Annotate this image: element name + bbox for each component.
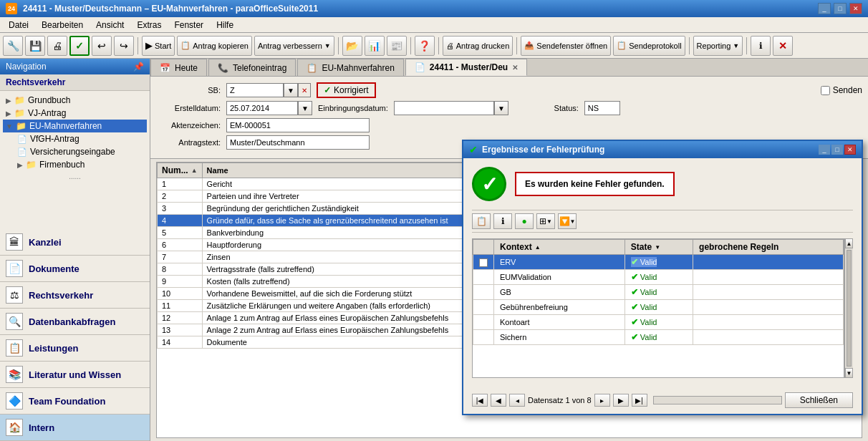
- nav-item-vj-antrag[interactable]: ▶ 📁 VJ-Antrag: [3, 107, 147, 120]
- toolbar-btn-5[interactable]: ↩: [92, 36, 112, 56]
- nav-last-btn[interactable]: ▶|: [632, 394, 647, 407]
- dialog-minimize-btn[interactable]: _: [819, 145, 830, 155]
- dialog-nav: |◀ ◀ ◂ Datensatz 1 von 8 ▸ ▶ ▶|: [472, 392, 785, 408]
- help-button[interactable]: ❓: [415, 36, 435, 56]
- results-scrollbar[interactable]: ▲ ▼: [844, 238, 853, 378]
- kontext-cell: Sichern: [494, 330, 625, 345]
- tab-telefoneintrag[interactable]: 📞 Telefoneintrag: [208, 59, 296, 76]
- menu-datei[interactable]: Datei: [3, 19, 34, 32]
- toolbar-btn-7[interactable]: 📂: [342, 36, 362, 56]
- toolbar-btn-6[interactable]: ↪: [114, 36, 134, 56]
- toolbar-info-btn[interactable]: ℹ: [751, 36, 771, 56]
- nav-item-versicherungseingabe[interactable]: 📄 Versicherungseingabe: [14, 145, 147, 158]
- nav-prev-btn[interactable]: ◀: [491, 394, 506, 407]
- nav-group-team-foundation[interactable]: 🔷 Team Foundation: [0, 388, 150, 415]
- kontext-sort[interactable]: Kontext ▲: [500, 242, 619, 252]
- toolbar-btn-2[interactable]: 💾: [25, 36, 45, 56]
- tab-eu-mahnverfahren[interactable]: 📋 EU-Mahnverfahren: [297, 59, 403, 76]
- nav-prev-small-btn[interactable]: ◂: [509, 394, 525, 407]
- schliessen-button[interactable]: Schließen: [785, 392, 853, 408]
- nav-item-eu-mahnverfahren[interactable]: ▼ 📁 EU-Mahnverfahren: [3, 120, 147, 132]
- results-table-container: Kontext ▲ State ▼ g: [472, 238, 844, 378]
- nav-group-leistungen[interactable]: 📋 Leistungen: [0, 335, 150, 362]
- nav-group-dokumente[interactable]: 📄 Dokumente: [0, 256, 150, 282]
- results-table-row[interactable]: Gebührenbefreiung✔ Valid: [473, 300, 844, 315]
- nav-item-grundbuch[interactable]: ▶ 📁 Grundbuch: [3, 94, 147, 107]
- senden-checkbox[interactable]: [821, 86, 830, 95]
- results-table-row[interactable]: Kontoart✔ Valid: [473, 315, 844, 330]
- toolbar-btn-1[interactable]: 🔧: [3, 36, 23, 56]
- table-cell-num: 13: [158, 324, 203, 336]
- nav-next-btn[interactable]: ▶: [613, 394, 629, 407]
- sb-dropdown-btn[interactable]: ▼: [284, 83, 298, 97]
- nav-group-rechtsverkehr[interactable]: ⚖ Rechtsverkehr: [0, 282, 150, 309]
- expand-btn[interactable]: ▶: [479, 258, 488, 267]
- results-table-row[interactable]: GB✔ Valid: [473, 285, 844, 300]
- tab-24411[interactable]: 📄 24411 - Muster/Deu ✕: [405, 59, 527, 76]
- results-table-row[interactable]: Sichern✔ Valid: [473, 330, 844, 345]
- erstelldatum-input[interactable]: 25.07.2014: [226, 101, 298, 115]
- antrag-kopieren-button[interactable]: 📋 Antrag kopieren: [177, 36, 252, 56]
- nav-group-datenbankabfragen[interactable]: 🔍 Datenbankabfragen: [0, 309, 150, 335]
- menu-ansicht[interactable]: Ansicht: [90, 19, 130, 32]
- nav-next-small-btn[interactable]: ▸: [594, 394, 610, 407]
- toolbar-btn-9[interactable]: 📰: [387, 36, 407, 56]
- regeln-cell: [693, 330, 844, 345]
- tab-close-button[interactable]: ✕: [512, 64, 518, 72]
- sb-input[interactable]: Z: [226, 83, 284, 97]
- einbringungsdatum-dropdown[interactable]: ▼: [494, 101, 508, 115]
- nav-pin-button[interactable]: 📌: [133, 62, 144, 72]
- sendeprotokoll-button[interactable]: 📋 Sendeprotokoll: [613, 36, 685, 56]
- menu-bar: Datei Bearbeiten Ansicht Extras Fenster …: [0, 17, 868, 33]
- col-header-num[interactable]: Num... ▲: [158, 163, 203, 178]
- antragstext-input[interactable]: Muster/Deutschmann: [226, 135, 370, 150]
- aktenzeichen-input[interactable]: EM-000051: [226, 118, 370, 132]
- scroll-down-btn[interactable]: ▼: [845, 368, 853, 378]
- nav-item-firmenbuch[interactable]: ▶ 📁 Firmenbuch: [14, 158, 147, 171]
- korrigiert-button[interactable]: ✓ Korrigiert: [317, 82, 376, 98]
- folder-icon: 📁: [14, 108, 25, 118]
- dlg-tb-btn-5[interactable]: 🔽 ▼: [558, 213, 577, 229]
- nav-first-btn[interactable]: |◀: [472, 394, 488, 407]
- dialog-close-btn[interactable]: ✕: [844, 145, 856, 155]
- toolbar-close-btn[interactable]: ✕: [773, 36, 793, 56]
- dlg-tb-btn-2[interactable]: ℹ: [493, 213, 512, 229]
- antrag-drucken-button[interactable]: 🖨 Antrag drucken: [443, 36, 513, 56]
- antrag-verbessern-button[interactable]: Antrag verbessern ▼: [254, 36, 334, 56]
- dlg-tb-btn-1[interactable]: 📋: [472, 213, 491, 229]
- dlg-tb-btn-3[interactable]: ●: [515, 213, 534, 229]
- results-table-row[interactable]: EUMValidation✔ Valid: [473, 270, 844, 285]
- nav-group-kanzlei[interactable]: 🏛 Kanzlei: [0, 229, 150, 256]
- col-header-state[interactable]: State ▼: [625, 240, 693, 255]
- toolbar-btn-8[interactable]: 📊: [365, 36, 385, 56]
- dialog-maximize-btn[interactable]: □: [831, 145, 843, 155]
- minimize-button[interactable]: _: [818, 3, 831, 14]
- scroll-thumb[interactable]: [847, 250, 852, 367]
- erstelldatum-dropdown[interactable]: ▼: [298, 101, 312, 115]
- menu-hilfe[interactable]: Hilfe: [211, 19, 239, 32]
- reporting-button[interactable]: Reporting ▼: [693, 36, 743, 56]
- nav-scroll-bar[interactable]: [653, 396, 782, 404]
- einbringungsdatum-input[interactable]: [394, 101, 494, 115]
- toolbar-btn-3[interactable]: 🖨: [47, 36, 67, 56]
- close-button[interactable]: ✕: [849, 3, 862, 14]
- menu-extras[interactable]: Extras: [131, 19, 167, 32]
- maximize-button[interactable]: □: [834, 3, 847, 14]
- sb-clear-btn[interactable]: ✕: [298, 83, 311, 97]
- results-table-row[interactable]: ▶ERV✔ Valid: [473, 255, 844, 270]
- menu-bearbeiten[interactable]: Bearbeiten: [36, 19, 89, 32]
- menu-fenster[interactable]: Fenster: [168, 19, 209, 32]
- scroll-up-btn[interactable]: ▲: [845, 238, 853, 248]
- nav-group-literatur[interactable]: 📚 Literatur und Wissen: [0, 362, 150, 388]
- col-header-gebrochene-regeln[interactable]: gebrochene Regeln: [693, 240, 844, 255]
- col-header-kontext[interactable]: Kontext ▲: [494, 240, 625, 255]
- sendefenster-button[interactable]: 📤 Sendefenster öffnen: [521, 36, 611, 56]
- dlg-tb-btn-4[interactable]: ⊞ ▼: [536, 213, 555, 229]
- state-sort[interactable]: State ▼: [631, 242, 687, 252]
- num-sort[interactable]: Num... ▲: [162, 165, 198, 175]
- nav-group-intern[interactable]: 🏠 Intern: [0, 415, 150, 441]
- toolbar-check-btn[interactable]: ✓: [69, 36, 90, 56]
- nav-item-vfgh-antrag[interactable]: 📄 VfGH-Antrag: [14, 132, 147, 145]
- tab-heute[interactable]: 📅 Heute: [150, 59, 207, 76]
- start-button[interactable]: ▶ Start: [142, 36, 175, 56]
